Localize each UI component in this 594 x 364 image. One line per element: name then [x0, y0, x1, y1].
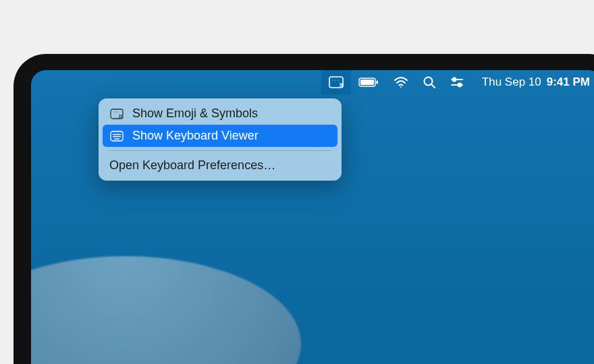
desktop-screen: ⌘	[31, 70, 594, 364]
menubar-input-menu[interactable]: ⌘	[321, 70, 351, 94]
svg-point-8	[400, 86, 402, 88]
search-icon	[423, 76, 435, 88]
svg-point-17	[115, 111, 116, 112]
menubar-clock[interactable]: Thu Sep 10 9:41 PM	[471, 75, 590, 89]
menubar: ⌘	[31, 70, 594, 94]
control-center-icon	[450, 77, 464, 88]
menu-item-show-emoji[interactable]: ⌘ Show Emoji & Symbols	[103, 102, 338, 125]
svg-point-2	[335, 80, 335, 81]
menubar-control-center[interactable]	[443, 70, 471, 94]
svg-rect-6	[360, 80, 374, 85]
wifi-icon	[394, 77, 408, 88]
menubar-date: Thu Sep 10	[482, 75, 541, 89]
menu-item-open-keyboard-prefs[interactable]: Open Keyboard Preferences…	[103, 154, 338, 177]
menu-item-show-keyboard-viewer[interactable]: Show Keyboard Viewer	[103, 125, 338, 147]
svg-rect-7	[376, 81, 378, 84]
svg-line-10	[431, 84, 435, 88]
menubar-wifi[interactable]	[386, 70, 416, 94]
svg-point-3	[338, 80, 338, 81]
keyboard-viewer-icon	[109, 131, 124, 142]
menu-separator	[108, 150, 332, 151]
svg-point-18	[117, 111, 118, 112]
menubar-time: 9:41 PM	[547, 75, 590, 89]
menu-item-label: Open Keyboard Preferences…	[109, 158, 275, 173]
menubar-spotlight[interactable]	[416, 70, 443, 94]
svg-point-12	[452, 78, 456, 82]
menubar-battery[interactable]	[351, 70, 386, 94]
svg-text:⌘: ⌘	[339, 82, 344, 88]
svg-point-16	[113, 111, 114, 112]
character-viewer-icon: ⌘	[109, 109, 124, 119]
input-menu-dropdown: ⌘ Show Emoji & Symbols Show Keyboard Vie…	[99, 98, 342, 181]
battery-icon	[358, 78, 379, 87]
wallpaper-hill	[31, 256, 301, 364]
svg-text:⌘: ⌘	[118, 114, 123, 119]
svg-point-1	[332, 80, 333, 81]
input-menu-icon: ⌘	[329, 76, 344, 88]
svg-point-14	[458, 84, 461, 87]
menu-item-label: Show Keyboard Viewer	[132, 129, 259, 143]
menu-item-label: Show Emoji & Symbols	[132, 107, 258, 121]
laptop-frame: ⌘	[14, 54, 594, 364]
